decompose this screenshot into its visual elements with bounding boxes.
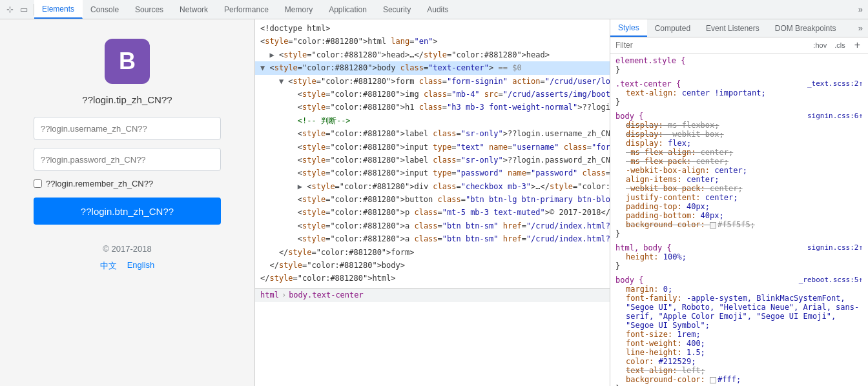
rule-prop: font-size: 1rem; (615, 330, 863, 339)
html-line-16[interactable]: <style="color:#881280">a class="btn btn-… (255, 219, 610, 232)
login-title: ??login.tip_zh_CN?? (82, 94, 172, 105)
password-input[interactable] (34, 148, 221, 171)
html-line-4[interactable]: ▼ <style="color:#881280">body class="tex… (255, 61, 610, 74)
rule-selector[interactable]: element.style { (615, 56, 685, 65)
html-line-7[interactable]: <style="color:#881280">h1 class="h3 mb-3… (255, 101, 610, 114)
devtools-toolbar: ⊹ ▭ ElementsConsoleSourcesNetworkPerform… (0, 0, 868, 19)
styles-tab-styles[interactable]: Styles (610, 19, 647, 37)
html-line-12[interactable]: <style="color:#881280">input type="passw… (255, 167, 610, 179)
rule-source[interactable]: _text.scss:2↑ (807, 79, 863, 88)
remember-row: ??login.remember_zh_CN?? (34, 179, 221, 188)
main-area: B ??login.tip_zh_CN?? ??login.remember_z… (0, 19, 868, 386)
breadcrumb-bar: html › body.text-center (255, 288, 610, 302)
tab-sources[interactable]: Sources (127, 0, 172, 19)
device-icon[interactable]: ▭ (18, 4, 30, 15)
tab-console[interactable]: Console (83, 0, 127, 19)
rule-prop: font-family: -apple-system, BlinkMacSyst… (615, 294, 863, 330)
rule-selector[interactable]: .text-center { (615, 79, 681, 88)
style-rule: body {_reboot.scss:5↑margin: 0;font-fami… (615, 276, 863, 386)
html-line-15[interactable]: <style="color:#881280">p class="mt-5 mb-… (255, 206, 610, 219)
login-button[interactable]: ??login.btn_zh_CN?? (34, 198, 221, 225)
bootstrap-letter: B (119, 48, 136, 75)
filter-actions: :hov .cls (811, 40, 847, 50)
filter-input[interactable] (615, 41, 807, 50)
tab-performance[interactable]: Performance (216, 0, 277, 19)
styles-panel: StylesComputedEvent ListenersDOM Breakpo… (610, 19, 868, 386)
html-line-1[interactable]: <!doctype html> (255, 22, 610, 35)
add-style-button[interactable]: + (852, 39, 863, 51)
cls-button[interactable]: .cls (832, 40, 848, 50)
style-rule: .text-center {_text.scss:2↑text-align: c… (615, 79, 863, 107)
style-rule: body {signin.css:6↑display: ms-flexbox;d… (615, 112, 863, 238)
rule-close: } (615, 65, 620, 74)
rule-prop: line-height: 1.5; (615, 348, 863, 357)
html-source-panel: <!doctype html><style="color:#881280">ht… (255, 19, 610, 386)
rule-prop: -webkit-box-align: center; (615, 166, 863, 175)
html-line-2[interactable]: <style="color:#881280">html lang="en"> (255, 35, 610, 48)
copyright-text: © 2017-2018 (103, 244, 151, 254)
tab-network[interactable]: Network (172, 0, 216, 19)
hov-button[interactable]: :hov (811, 40, 829, 50)
rule-prop: padding-bottom: 40px; (615, 211, 863, 220)
rule-selector[interactable]: html, body { (615, 243, 672, 252)
remember-label: ??login.remember_zh_CN?? (46, 179, 153, 188)
tab-application[interactable]: Application (321, 0, 375, 19)
more-tabs-icon[interactable]: » (853, 5, 868, 14)
rule-prop: color: #212529; (615, 357, 863, 366)
toolbar-icons: ⊹ ▭ (0, 4, 34, 15)
rule-close: } (615, 261, 620, 270)
styles-tab-event-listeners[interactable]: Event Listeners (698, 19, 767, 37)
html-line-20[interactable]: </style="color:#881280">html> (255, 272, 610, 285)
rule-close: } (615, 97, 620, 107)
html-line-3[interactable]: ▶ <style="color:#881280">head>…</style="… (255, 48, 610, 61)
rule-prop-struck: display: -webkit-box; (615, 130, 863, 139)
html-line-11[interactable]: <style="color:#881280">label class="sr-o… (255, 154, 610, 167)
rule-prop: padding-top: 40px; (615, 202, 863, 211)
rule-prop-struck: -webkit-box-pack: center; (615, 184, 863, 193)
html-line-18[interactable]: </style="color:#881280">form> (255, 246, 610, 259)
bootstrap-logo: B (105, 39, 150, 84)
lang-links: 中文 English (100, 260, 155, 272)
rule-prop-struck: display: ms-flexbox; (615, 121, 863, 130)
cursor-icon[interactable]: ⊹ (4, 4, 16, 15)
html-line-17[interactable]: <style="color:#881280">a class="btn btn-… (255, 232, 610, 245)
styles-tab-more[interactable]: » (853, 19, 868, 37)
styles-tab-dom-breakpoints[interactable]: DOM Breakpoints (767, 19, 844, 37)
rule-close: } (615, 229, 620, 238)
rule-source[interactable]: signin.css:2↑ (807, 243, 863, 252)
breadcrumb-html[interactable]: html (260, 289, 279, 301)
html-line-14[interactable]: <style="color:#881280">button class="btn… (255, 193, 610, 206)
html-line-19[interactable]: </style="color:#881280">body> (255, 259, 610, 272)
html-line-6[interactable]: <style="color:#881280">img class="mb-4" … (255, 88, 610, 101)
rule-selector[interactable]: body { (615, 276, 643, 285)
tab-memory[interactable]: Memory (277, 0, 321, 19)
remember-checkbox[interactable] (34, 179, 42, 188)
tab-elements[interactable]: Elements (34, 0, 83, 19)
rule-selector[interactable]: body { (615, 112, 643, 121)
html-line-13[interactable]: ▶ <style="color:#881280">div class="chec… (255, 180, 610, 193)
tab-security[interactable]: Security (375, 0, 419, 19)
username-input[interactable] (34, 117, 221, 140)
filter-bar: :hov .cls + (610, 37, 868, 54)
rule-prop: height: 100%; (615, 252, 863, 261)
html-source-tree: <!doctype html><style="color:#881280">ht… (255, 19, 610, 288)
tab-audits[interactable]: Audits (419, 0, 457, 19)
style-rule: html, body {signin.css:2↑height: 100%;} (615, 243, 863, 270)
styles-tabs: StylesComputedEvent ListenersDOM Breakpo… (610, 19, 868, 37)
html-line-10[interactable]: <style="color:#881280">input type="text"… (255, 141, 610, 154)
rule-source[interactable]: _reboot.scss:5↑ (799, 276, 863, 284)
rule-source[interactable]: signin.css:6↑ (807, 112, 863, 120)
rule-prop: margin: 0; (615, 285, 863, 294)
login-preview-panel: B ??login.tip_zh_CN?? ??login.remember_z… (0, 19, 255, 386)
html-line-9[interactable]: <style="color:#881280">label class="sr-o… (255, 127, 610, 140)
rule-prop: display: flex; (615, 139, 863, 148)
breadcrumb-body[interactable]: body.text-center (289, 289, 364, 301)
lang-en-link[interactable]: English (127, 260, 155, 272)
styles-tab-computed[interactable]: Computed (647, 19, 698, 37)
rule-prop-struck: background-color: #f5f5f5; (615, 220, 863, 229)
lang-zh-link[interactable]: 中文 (100, 260, 117, 272)
rule-prop: background-color: #fff; (615, 375, 863, 384)
html-line-8[interactable]: <!-- 判断--> (255, 114, 610, 127)
html-line-5[interactable]: ▼ <style="color:#881280">form class="for… (255, 75, 610, 88)
rule-prop-struck: text-align: left; (615, 366, 863, 375)
